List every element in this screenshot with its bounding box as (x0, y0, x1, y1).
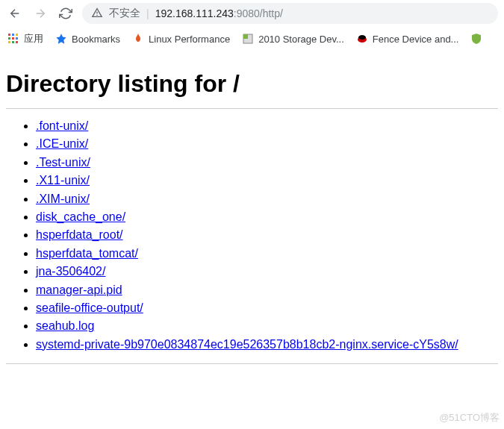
bookmark-label: Bookmarks (72, 34, 120, 45)
svg-rect-6 (8, 41, 10, 43)
list-item: manager-api.pid (36, 282, 498, 298)
directory-link[interactable]: .font-unix/ (36, 119, 88, 132)
directory-link[interactable]: jna-3506402/ (36, 265, 105, 278)
bookmark-item-linux[interactable]: Linux Performance (132, 33, 230, 45)
directory-link[interactable]: hsperfdata_root/ (36, 228, 123, 241)
browser-toolbar: 不安全 | 192.168.111.243:9080/http/ (0, 0, 504, 27)
bookmark-item-bookmarks[interactable]: Bookmarks (55, 33, 120, 45)
reload-button[interactable] (57, 4, 75, 22)
page-content: Directory listing for / .font-unix/.ICE-… (0, 51, 504, 372)
directory-link[interactable]: manager-api.pid (36, 284, 122, 296)
insecure-label: 不安全 (109, 7, 140, 20)
flame-icon (132, 33, 144, 45)
apps-button[interactable]: 应用 (7, 32, 43, 46)
list-item: .Test-unix/ (36, 154, 498, 171)
divider-top (6, 108, 498, 109)
back-button[interactable] (6, 4, 24, 22)
bookmark-label: 2010 Storage Dev... (258, 34, 344, 45)
list-item: disk_cache_one/ (36, 209, 498, 225)
apps-label: 应用 (24, 32, 43, 46)
page-title: Directory listing for / (6, 70, 498, 98)
list-item: hsperfdata_root/ (36, 227, 498, 243)
svg-rect-10 (243, 34, 248, 39)
list-item: .XIM-unix/ (36, 191, 498, 207)
bookmarks-bar: 应用 Bookmarks Linux Performance 2010 Stor… (0, 27, 504, 51)
list-item: .ICE-unix/ (36, 136, 498, 152)
directory-link[interactable]: hsperfdata_tomcat/ (36, 247, 138, 260)
divider-bottom (6, 363, 498, 364)
directory-link[interactable]: disk_cache_one/ (36, 210, 125, 223)
address-divider: | (146, 7, 149, 19)
apps-grid-icon (7, 33, 19, 45)
directory-link[interactable]: .XIM-unix/ (36, 192, 90, 205)
page-icon (242, 33, 254, 45)
directory-link[interactable]: .X11-unix/ (36, 174, 90, 187)
list-item: hsperfdata_tomcat/ (36, 245, 498, 262)
svg-rect-0 (8, 34, 10, 36)
bookmark-label: Fence Device and... (373, 34, 459, 45)
url-text: 192.168.111.243:9080/http/ (155, 7, 283, 19)
svg-rect-7 (12, 41, 14, 43)
directory-link[interactable]: systemd-private-9b970e0834874ec19e526357… (36, 338, 458, 351)
list-item: seafile-office-output/ (36, 300, 498, 316)
bookmark-item-fence[interactable]: Fence Device and... (356, 33, 459, 45)
star-icon (55, 33, 67, 45)
insecure-warning-icon (91, 7, 103, 21)
list-item: .X11-unix/ (36, 172, 498, 189)
watermark: @51CTO博客 (439, 411, 500, 425)
address-bar[interactable]: 不安全 | 192.168.111.243:9080/http/ (82, 3, 498, 24)
directory-link[interactable]: .ICE-unix/ (36, 137, 88, 150)
directory-link[interactable]: .Test-unix/ (36, 156, 90, 169)
list-item: systemd-private-9b970e0834874ec19e526357… (36, 336, 498, 353)
directory-link[interactable]: seafile-office-output/ (36, 301, 143, 314)
svg-rect-5 (16, 37, 18, 40)
svg-rect-1 (12, 34, 14, 36)
svg-rect-4 (12, 37, 14, 40)
directory-listing: .font-unix/.ICE-unix/.Test-unix/.X11-uni… (6, 118, 498, 353)
bookmark-item-storage[interactable]: 2010 Storage Dev... (242, 33, 344, 45)
svg-rect-3 (8, 37, 10, 40)
bookmark-item-extension[interactable] (470, 33, 482, 45)
list-item: seahub.log (36, 318, 498, 334)
redhat-icon (356, 33, 368, 45)
list-item: jna-3506402/ (36, 263, 498, 280)
list-item: .font-unix/ (36, 118, 498, 134)
directory-link[interactable]: seahub.log (36, 319, 94, 332)
forward-button[interactable] (31, 4, 49, 22)
svg-rect-8 (16, 41, 18, 43)
svg-point-12 (358, 35, 366, 40)
shield-icon (470, 33, 482, 45)
bookmark-label: Linux Performance (149, 34, 230, 45)
svg-rect-2 (16, 34, 18, 36)
